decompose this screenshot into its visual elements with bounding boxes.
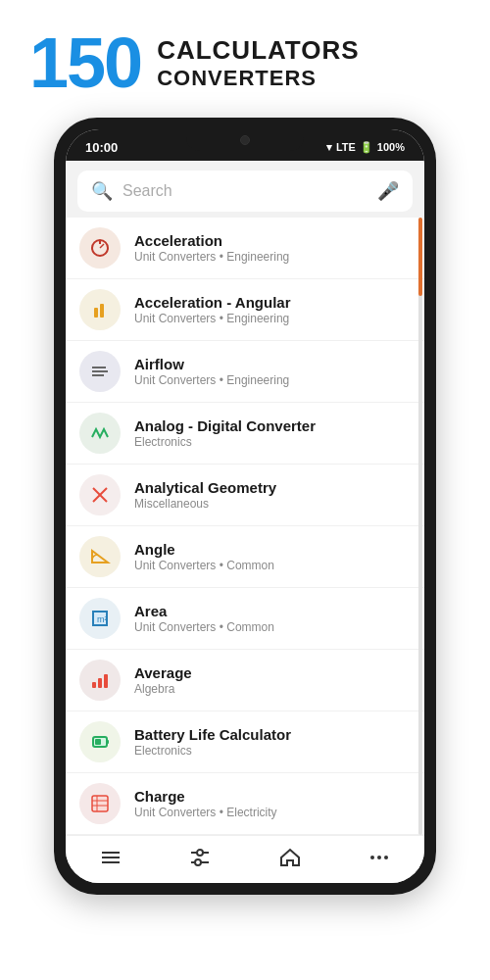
item-title: Analytical Geometry [134, 479, 276, 496]
nav-item-menu[interactable] [99, 846, 122, 869]
list-item[interactable]: Airflow Unit Converters • Engineering [66, 341, 424, 403]
item-text-area: Area Unit Converters • Common [134, 603, 274, 634]
item-icon-airflow [79, 351, 121, 392]
item-title: Analog - Digital Converter [134, 417, 316, 434]
svg-point-30 [195, 859, 201, 865]
item-text-accel-angular: Acceleration - Angular Unit Converters •… [134, 294, 290, 325]
item-title: Charge [134, 788, 277, 805]
bottom-nav [66, 835, 424, 883]
item-subtitle: Unit Converters • Electricity [134, 806, 277, 819]
svg-line-2 [100, 244, 104, 248]
svg-point-27 [197, 850, 203, 856]
mic-icon[interactable]: 🎤 [377, 180, 399, 202]
signal-icon: ▾ [326, 141, 332, 154]
item-icon-angle [79, 536, 121, 577]
svg-point-31 [370, 856, 374, 859]
svg-rect-17 [95, 739, 101, 745]
status-time: 10:00 [85, 140, 118, 155]
item-icon-battery [79, 721, 121, 762]
item-subtitle: Unit Converters • Common [134, 620, 274, 634]
item-subtitle: Unit Converters • Engineering [134, 250, 289, 264]
svg-rect-18 [92, 796, 108, 811]
item-title: Angle [134, 541, 274, 558]
item-icon-analytical [79, 474, 121, 515]
item-subtitle: Electronics [134, 744, 291, 758]
nav-item-more[interactable] [368, 846, 391, 869]
nav-item-home[interactable] [278, 846, 302, 869]
item-subtitle: Miscellaneous [134, 497, 276, 511]
scrollbar-thumb [418, 218, 422, 296]
svg-point-33 [384, 856, 388, 859]
nav-item-filter[interactable] [188, 846, 212, 869]
battery-icon: 🔋 [360, 141, 373, 154]
svg-text:m²: m² [97, 614, 108, 624]
item-title: Acceleration - Angular [134, 294, 290, 311]
svg-rect-3 [94, 308, 98, 318]
search-placeholder[interactable]: Search [122, 182, 368, 200]
list-item[interactable]: Acceleration Unit Converters • Engineeri… [66, 218, 424, 279]
header: 150 CALCULATORS CONVERTERS [0, 0, 490, 118]
list-item[interactable]: Average Algebra [66, 650, 424, 711]
search-bar[interactable]: 🔍 Search 🎤 [77, 171, 413, 212]
header-line1: CALCULATORS [157, 35, 359, 66]
item-title: Area [134, 603, 274, 619]
item-text-analog: Analog - Digital Converter Electronics [134, 417, 316, 449]
camera-dot [240, 135, 250, 145]
search-icon: 🔍 [91, 180, 113, 202]
item-icon-area: m² [79, 598, 121, 639]
item-subtitle: Unit Converters • Engineering [134, 312, 290, 325]
item-icon-accel-angular [79, 289, 121, 330]
list-container: Acceleration Unit Converters • Engineeri… [66, 218, 424, 835]
list-item[interactable]: m² Area Unit Converters • Common [66, 588, 424, 650]
item-subtitle: Algebra [134, 682, 192, 696]
svg-rect-4 [100, 304, 104, 318]
svg-rect-13 [98, 678, 102, 688]
list-item[interactable]: Angle Unit Converters • Common [66, 526, 424, 588]
item-title: Battery Life Calculator [134, 726, 291, 743]
calculator-count: 150 [29, 27, 141, 98]
svg-rect-12 [92, 682, 96, 688]
item-icon-average [79, 660, 121, 701]
item-subtitle: Unit Converters • Engineering [134, 373, 289, 387]
item-icon-charge [79, 783, 121, 824]
battery-level: 100% [377, 141, 405, 153]
status-icons: ▾ LTE 🔋 100% [326, 141, 405, 154]
phone-notch [186, 129, 304, 151]
item-text-airflow: Airflow Unit Converters • Engineering [134, 356, 289, 387]
lte-badge: LTE [336, 141, 356, 153]
item-text-charge: Charge Unit Converters • Electricity [134, 788, 277, 819]
list-item[interactable]: Battery Life Calculator Electronics [66, 711, 424, 773]
scrollbar[interactable] [418, 218, 422, 835]
item-text-battery: Battery Life Calculator Electronics [134, 726, 291, 758]
item-text-analytical: Analytical Geometry Miscellaneous [134, 479, 276, 511]
header-line2: CONVERTERS [157, 66, 359, 91]
item-text-average: Average Algebra [134, 664, 192, 696]
list-item[interactable]: Analytical Geometry Miscellaneous [66, 465, 424, 526]
item-title: Average [134, 664, 192, 681]
list-item[interactable]: Charge Unit Converters • Electricity [66, 773, 424, 835]
item-icon-analog [79, 413, 121, 454]
item-subtitle: Unit Converters • Common [134, 559, 274, 572]
item-subtitle: Electronics [134, 435, 316, 449]
phone-frame: 10:00 ▾ LTE 🔋 100% 🔍 Search 🎤 [54, 118, 436, 895]
item-icon-acceleration [79, 227, 121, 269]
svg-rect-14 [104, 674, 108, 688]
list-item[interactable]: Acceleration - Angular Unit Converters •… [66, 279, 424, 341]
item-text-angle: Angle Unit Converters • Common [134, 541, 274, 572]
item-text-acceleration: Acceleration Unit Converters • Engineeri… [134, 232, 289, 264]
item-title: Acceleration [134, 232, 289, 249]
svg-point-32 [377, 856, 381, 859]
item-title: Airflow [134, 356, 289, 372]
svg-rect-16 [107, 740, 109, 744]
list-item[interactable]: Analog - Digital Converter Electronics [66, 403, 424, 465]
